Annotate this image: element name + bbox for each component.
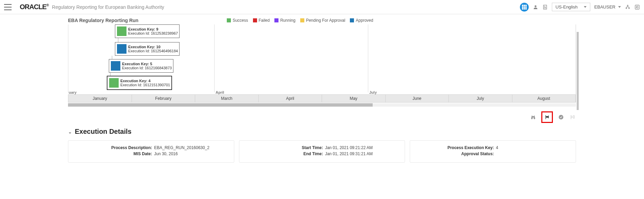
horizontal-scrollbar[interactable] — [68, 103, 576, 107]
month-cell: August — [512, 95, 576, 102]
language-label: US-English — [556, 4, 578, 10]
chevron-down-icon: ⌄ — [68, 129, 72, 134]
svg-point-6 — [559, 115, 563, 120]
execution-box[interactable]: Execution Key: 9 Execution Id: 161253823… — [115, 24, 180, 38]
execution-box[interactable]: Execution Key: 5 Execution Id: 161216684… — [109, 59, 173, 73]
label: Process Description: — [75, 145, 154, 150]
flag-solid-icon[interactable] — [544, 114, 550, 121]
flag-outline-icon[interactable] — [569, 114, 576, 121]
section-title: Execution Details — [75, 128, 132, 135]
grid-icon — [522, 5, 527, 10]
details-card-time: Start Time:Jan 01, 2021 09:21:22 AM End … — [239, 140, 405, 163]
hierarchy-icon[interactable] — [625, 4, 630, 10]
status-color-icon — [117, 26, 126, 36]
legend-item: Failed — [253, 18, 270, 23]
label: Start Time: — [246, 145, 325, 150]
refresh-icon[interactable] — [634, 4, 640, 10]
value: Jan 01, 2021 09:31:21 AM — [325, 151, 398, 156]
details-card-status: Process Execution Key:4 Approval Status: — [410, 140, 576, 163]
value: 4 — [496, 145, 569, 150]
svg-point-2 — [627, 5, 628, 6]
execution-id: Execution Id: 1612166843873 — [122, 66, 172, 70]
execution-key: Execution Key: 9 — [128, 27, 178, 31]
chart-title: EBA Regulatory Reporting Run — [68, 18, 138, 23]
month-cell: March — [195, 95, 259, 102]
execution-id: Execution Id: 1612546496184 — [128, 49, 178, 53]
execution-id: Execution Id: 1612151390701 — [120, 83, 170, 87]
execution-key: Execution Key: 10 — [128, 45, 178, 49]
legend-item: Approved — [350, 18, 373, 23]
month-cell: May — [322, 95, 386, 102]
app-launcher-button[interactable] — [520, 3, 529, 12]
value: Jan 01, 2021 09:21:22 AM — [325, 145, 398, 150]
language-selector[interactable]: US-English — [552, 3, 590, 11]
label: Approval Status: — [417, 151, 496, 156]
month-axis: JanuaryFebruaryMarchAprilMayJuneJulyAugu… — [68, 94, 576, 103]
document-icon[interactable] — [542, 4, 548, 10]
execution-box[interactable]: Execution Key: 10 Execution Id: 16125464… — [115, 42, 180, 56]
status-color-icon — [117, 44, 126, 54]
label: MIS Date: — [75, 151, 154, 156]
status-color-icon — [109, 78, 119, 88]
execution-id: Execution Id: 1612538238967 — [128, 31, 178, 35]
quarter-label: uary — [69, 90, 77, 94]
month-cell: June — [386, 95, 449, 102]
oracle-logo: ORACLE® — [20, 3, 49, 11]
svg-point-3 — [626, 8, 627, 9]
legend-item: Pending For Approval — [300, 18, 345, 23]
app-subtitle: Regulatory Reporting for European Bankin… — [52, 4, 164, 10]
legend-item: Running — [274, 18, 295, 23]
execution-key: Execution Key: 4 — [120, 79, 170, 83]
label: End Time: — [246, 151, 325, 156]
actions-toolbar — [68, 111, 576, 123]
execution-key: Execution Key: 5 — [122, 62, 172, 66]
execution-details-toggle[interactable]: ⌄ Execution Details — [68, 128, 576, 135]
status-color-icon — [111, 61, 120, 71]
chevron-down-icon — [584, 6, 587, 8]
month-cell: February — [132, 95, 196, 102]
svg-point-4 — [629, 8, 630, 9]
timeline-chart[interactable]: uary April July Execution Key: 9 Executi… — [68, 24, 576, 103]
flag-button-highlight — [541, 111, 553, 123]
quarter-label: April — [216, 90, 224, 94]
user-label: EBAUSER — [594, 4, 615, 10]
app-header: ORACLE® Regulatory Reporting for Europea… — [0, 0, 644, 14]
user-icon[interactable] — [533, 4, 538, 10]
vertical-scrollbar[interactable] — [577, 32, 579, 110]
label: Process Execution Key: — [417, 145, 496, 150]
svg-rect-5 — [635, 5, 639, 9]
svg-point-0 — [535, 5, 536, 7]
chevron-down-icon — [618, 6, 621, 8]
user-menu[interactable]: EBAUSER — [594, 4, 621, 10]
value — [496, 151, 569, 156]
month-cell: April — [259, 95, 322, 102]
value: EBA_REG_RUN_20160630_2 — [154, 145, 227, 150]
value: Jun 30, 2016 — [154, 151, 227, 156]
chart-legend: SuccessFailedRunningPending For Approval… — [227, 18, 373, 23]
details-card-process: Process Description:EBA_REG_RUN_20160630… — [68, 140, 234, 163]
legend-item: Success — [227, 18, 248, 23]
check-circle-icon[interactable] — [558, 114, 564, 121]
binoculars-icon[interactable] — [530, 114, 537, 121]
month-cell: January — [68, 95, 132, 102]
month-cell: July — [449, 95, 512, 102]
hamburger-icon[interactable] — [4, 4, 12, 10]
quarter-label: July — [369, 90, 377, 94]
execution-box[interactable]: Execution Key: 4 Execution Id: 161215139… — [107, 76, 172, 90]
